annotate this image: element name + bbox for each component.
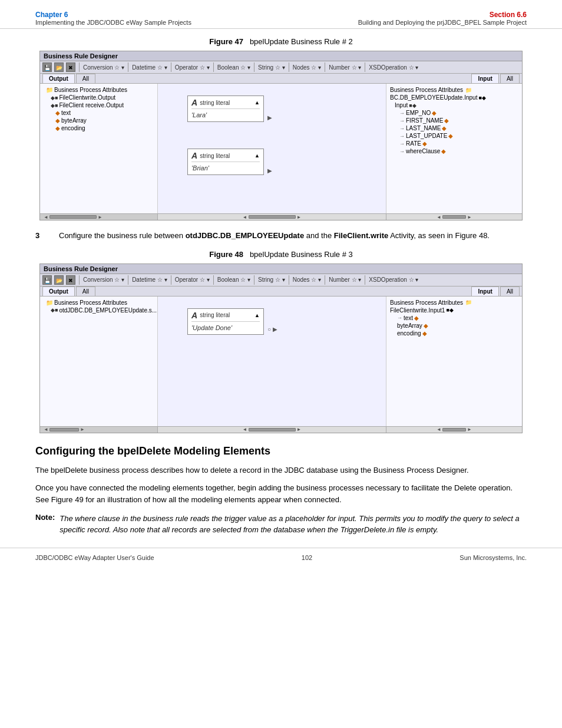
brd1-scroll-thumb-middle[interactable]	[249, 215, 296, 219]
brd2-tree-otdjdbc: ◆■ otdJDBC.DB_EMPLOYEEUpdate.s...	[41, 307, 156, 314]
figure47-label: Figure 47	[209, 37, 250, 46]
brd2-menu-nodes[interactable]: Nodes ☆ ▾	[293, 276, 321, 283]
brd1-literal2-a: A	[191, 151, 197, 160]
brd2-sep7	[325, 275, 325, 285]
brd2-right-text-diamond: ◆	[414, 315, 419, 321]
brd1-menu-string[interactable]: String ☆ ▾	[258, 64, 285, 71]
brd1-right-rate-diamond: ◆	[422, 140, 427, 147]
brd1-titlebar: Business Rule Designer	[40, 51, 522, 61]
brd1-menu-operator[interactable]: Operator ☆ ▾	[175, 64, 210, 71]
brd1-node-icon1: ◆■	[51, 95, 58, 101]
brd2-node-icon1: ◆■	[51, 307, 58, 313]
brd2-tab-output[interactable]: Output	[42, 286, 75, 296]
brd1-scroll-middle-right[interactable]: ►	[296, 215, 303, 220]
brd2-menu-datetime[interactable]: Datetime ☆ ▾	[132, 276, 167, 283]
brd1-icon-open[interactable]: 📂	[54, 62, 64, 72]
brd1-literal1-expand[interactable]: ▲	[254, 100, 260, 106]
brd1-sep1	[79, 62, 80, 72]
section-para1: The bpelDelete business process describe…	[35, 465, 527, 476]
brd2-tab-all-left[interactable]: All	[76, 286, 95, 296]
brd1-tab-input[interactable]: Input	[471, 74, 498, 83]
figure47-caption: Figure 47 bpelUpdate Business Rule # 2	[35, 37, 527, 46]
brd1-literal1-a: A	[191, 98, 197, 107]
brd1-tab-all-left[interactable]: All	[76, 74, 95, 83]
brd1-literal2-expand[interactable]: ▲	[254, 153, 260, 159]
brd1-menu-number[interactable]: Number ☆ ▾	[329, 64, 361, 71]
brd2-scroll-thumb-left[interactable]	[49, 428, 79, 431]
note-text: The where clause in the business rule re…	[59, 513, 527, 536]
brd2-right-panel: Business Process Attributes 📁 FileClient…	[386, 297, 522, 426]
brd1-tab-all-right[interactable]: All	[500, 74, 520, 83]
brd1-sep5	[254, 62, 254, 72]
brd2-literal1-value: 'Update Done'	[191, 323, 260, 332]
brd1-middle-panel: A string literal ▲ 'Lara' ▶ A string lit…	[158, 84, 386, 213]
brd2-scroll-thumb-right[interactable]	[442, 428, 466, 431]
brd2-right-fileclientwrite: FileClientwrite.Input1 ■◆	[388, 307, 521, 314]
brd2-menu-boolean[interactable]: Boolean ☆ ▾	[217, 276, 250, 283]
brd1-scroll-right-right[interactable]: ►	[466, 215, 473, 220]
step3-text1: Configure the business rule between	[59, 231, 186, 240]
header-left: Chapter 6 Implementing the JDBC/ODBC eWa…	[35, 11, 191, 26]
brd1-right-lastname-arrow: →	[399, 126, 405, 131]
brd1-scroll-left-arrow[interactable]: ◄	[42, 215, 49, 220]
brd2-scroll-right-left[interactable]: ◄	[435, 427, 442, 432]
brd2-footer: ◄ ► ◄ ► ◄ ►	[40, 426, 522, 433]
brd1-right-firstname-diamond: ◆	[444, 117, 449, 124]
brd2-menu-xsdop[interactable]: XSDOperation ☆ ▾	[369, 276, 418, 283]
brd2-menu-string[interactable]: String ☆ ▾	[258, 276, 285, 283]
brd1-icon-save[interactable]: 💾	[42, 62, 52, 72]
brd1-menu-conversion[interactable]: Conversion ☆ ▾	[83, 64, 124, 71]
brd2-icon-delete[interactable]: ✖	[66, 275, 75, 285]
figure48-caption: Figure 48 bpelUpdate Business Rule # 3	[35, 250, 527, 259]
brd1-icon-delete[interactable]: ✖	[66, 62, 75, 72]
brd1-right-panel: Business Process Attributes 📁 BC.DB_EMPL…	[386, 84, 522, 213]
brd2-scroll-left-arrow[interactable]: ◄	[42, 427, 49, 432]
brd2-scroll-right-right[interactable]: ►	[466, 427, 473, 432]
brd2-tab-row: Output All Input All	[40, 286, 522, 297]
brd1-tab-output[interactable]: Output	[42, 74, 75, 83]
brd1-right-bpa: Business Process Attributes 📁	[388, 86, 521, 94]
brd2-icon-open[interactable]: 📂	[54, 275, 64, 285]
brd2-menu-number[interactable]: Number ☆ ▾	[329, 276, 361, 283]
brd1-scroll-thumb-left[interactable]	[49, 215, 97, 219]
brd1-right-lastupdate: → LAST_UPDATE ◆	[388, 132, 521, 140]
brd2-literal1-expand[interactable]: ▲	[254, 312, 260, 318]
brd1-scroll-right-left[interactable]: ◄	[435, 215, 442, 220]
brd1-tab-right: Input All	[471, 74, 520, 83]
brd1-menu-boolean[interactable]: Boolean ☆ ▾	[217, 64, 250, 71]
brd1-right-input-icon: ■◆	[409, 103, 416, 108]
brd2-scroll-right-arrow[interactable]: ►	[79, 427, 86, 432]
brd1-scroll-middle-left[interactable]: ◄	[242, 215, 249, 220]
brd2-tab-input[interactable]: Input	[471, 286, 498, 296]
brd2-menu-conversion[interactable]: Conversion ☆ ▾	[83, 276, 124, 283]
brd2-sep3	[171, 275, 171, 285]
brd1-literal1: A string literal ▲ 'Lara'	[187, 95, 264, 122]
footer-right: Sun Microsystems, Inc.	[459, 554, 527, 561]
brd2-tab-right: Input All	[471, 286, 520, 296]
brd1-menu-datetime[interactable]: Datetime ☆ ▾	[132, 64, 167, 71]
brd2-otdjdbc-label: otdJDBC.DB_EMPLOYEEUpdate.s...	[59, 307, 157, 314]
brd1-literal2-value: 'Brian'	[191, 163, 260, 173]
brd1-right-input: Input ■◆	[388, 101, 521, 109]
brd2-right-text-arrow: →	[397, 315, 402, 321]
page-footer: JDBC/ODBC eWay Adapter User's Guide 102 …	[0, 548, 562, 567]
brd2-tab-all-right[interactable]: All	[500, 286, 520, 296]
brd1-scroll-right-arrow[interactable]: ►	[97, 215, 104, 220]
header-right: Section 6.6 Building and Deploying the p…	[358, 11, 527, 26]
brd2-menu-operator[interactable]: Operator ☆ ▾	[175, 276, 210, 283]
brd1-menu-xsdop[interactable]: XSDOperation ☆ ▾	[369, 64, 418, 71]
brd1-scroll-thumb-right[interactable]	[442, 215, 466, 219]
brd2-toolbar: 💾 📂 ✖ Conversion ☆ ▾ Datetime ☆ ▾ Operat…	[40, 274, 522, 286]
brd1-sep7	[325, 62, 325, 72]
brd2-right-encoding-diamond: ◆	[422, 330, 427, 337]
brd1-diamond3: ◆	[55, 125, 60, 131]
brd2-scroll-middle-right[interactable]: ►	[296, 427, 303, 432]
brd1-menu-nodes[interactable]: Nodes ☆ ▾	[293, 64, 321, 71]
brd1-text-label: text	[61, 110, 71, 116]
brd2-icon-save[interactable]: 💾	[42, 275, 52, 285]
brd1-right-lastname-label: LAST_NAME	[406, 125, 441, 131]
brd2-scroll-middle-left[interactable]: ◄	[242, 427, 249, 432]
brd2-scroll-thumb-middle[interactable]	[249, 428, 296, 431]
brd2-connector1: ○ ▶	[267, 326, 277, 332]
brd1-right-rate-arrow: →	[399, 141, 405, 147]
